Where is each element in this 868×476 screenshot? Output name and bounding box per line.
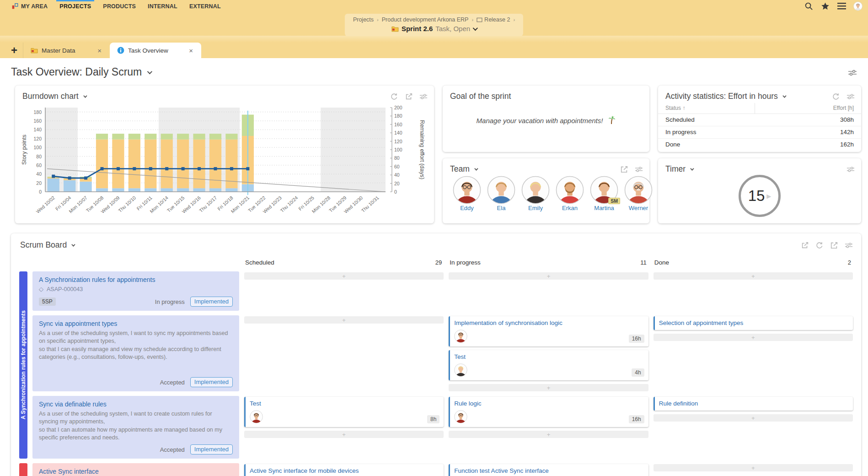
task-card[interactable]: Function test Active Sync interface 10h	[449, 464, 648, 476]
team-settings-icon[interactable]	[635, 165, 643, 173]
avatar	[453, 176, 481, 204]
nav-item-internal[interactable]: INTERNAL	[143, 0, 182, 12]
burndown-panel-title[interactable]: Burndown chart	[22, 92, 86, 101]
column-header-effort[interactable]: Effort [h]	[786, 103, 861, 114]
task-title[interactable]: Rule logic	[454, 400, 644, 407]
member-name[interactable]: Ela	[497, 205, 506, 211]
team-member-erkan[interactable]: Erkan	[556, 176, 584, 211]
board-cell-in_progress: Implementation of synchronisation logic …	[449, 315, 648, 391]
task-card[interactable]: Active Sync interface for mobile devices…	[244, 464, 444, 476]
activity-settings-icon[interactable]	[847, 92, 855, 101]
refresh-icon[interactable]	[390, 92, 398, 101]
favorites-star-icon[interactable]	[820, 1, 830, 11]
breadcrumb-link-product[interactable]: Product development Arkona ERP	[382, 16, 469, 23]
task-title[interactable]: Implementation of synchronisation logic	[454, 319, 644, 326]
open-external-icon[interactable]	[830, 241, 838, 249]
play-icon[interactable]: ▶	[766, 193, 771, 200]
timer-dial[interactable]: 15 ▶	[739, 175, 781, 217]
user-avatar[interactable]	[853, 1, 863, 11]
add-task-dropzone[interactable]: +	[244, 272, 444, 280]
column-header-status[interactable]: Status ↑	[658, 103, 755, 114]
team-member-ela[interactable]: Ela	[487, 176, 515, 211]
search-icon[interactable]	[804, 1, 813, 11]
task-card[interactable]: Implementation of synchronisation logic …	[449, 316, 648, 346]
activity-row[interactable]: In progress 142h	[658, 126, 861, 139]
story-description: As a user of the scheduling system, I wa…	[39, 330, 233, 361]
breadcrumb-link-release[interactable]: Release 2	[477, 16, 510, 23]
tab-task-overview[interactable]: Task Overview ×	[110, 43, 201, 58]
nav-item-projects[interactable]: PROJECTS	[54, 0, 96, 12]
task-title[interactable]: Selection of appointment types	[659, 319, 849, 326]
page-settings-icon[interactable]	[848, 68, 856, 76]
task-card[interactable]: Rule logic 16h	[449, 397, 648, 427]
activity-row[interactable]: Done 162h	[658, 139, 861, 151]
member-name[interactable]: Werner	[629, 205, 648, 211]
close-icon[interactable]: ×	[96, 47, 102, 54]
task-card[interactable]: Rule definition	[654, 397, 853, 411]
story-card[interactable]: Sync via appointment typesAs a user of t…	[32, 315, 239, 391]
menu-icon[interactable]	[837, 1, 846, 11]
task-title[interactable]: Rule definition	[659, 400, 849, 407]
add-task-dropzone[interactable]: +	[449, 272, 648, 280]
activity-effort: 308h	[786, 114, 861, 126]
task-card[interactable]: Test 4h	[449, 350, 648, 380]
story-card[interactable]: Sync via definable rulesAs a user of the…	[32, 396, 239, 459]
chevron-down-icon[interactable]	[147, 69, 152, 74]
refresh-icon[interactable]	[832, 92, 840, 101]
task-title[interactable]: Function test Active Sync interface	[454, 467, 644, 474]
timer-settings-icon[interactable]	[847, 165, 855, 173]
member-name[interactable]: Martina	[594, 205, 614, 211]
new-tab-button[interactable]: +	[5, 43, 23, 58]
story-title[interactable]: Active Sync interface	[39, 468, 233, 475]
team-member-werner[interactable]: Werner	[624, 176, 653, 211]
story-title[interactable]: Sync via appointment types	[39, 320, 233, 327]
refresh-icon[interactable]	[815, 241, 824, 249]
tab-label: Master Data	[42, 47, 75, 54]
story-title[interactable]: Sync via definable rules	[39, 400, 233, 408]
member-name[interactable]: Erkan	[562, 205, 578, 211]
story-group-label: A Synchronization rules for appointments	[20, 310, 27, 419]
scrum-board-title[interactable]: Scrum Board	[20, 240, 74, 250]
column-label: In progress	[450, 259, 481, 266]
svg-text:80: 80	[36, 154, 42, 159]
board-settings-icon[interactable]	[845, 241, 853, 249]
timer-panel-title[interactable]: Timer	[665, 164, 693, 174]
add-task-dropzone[interactable]: +	[654, 334, 853, 341]
nav-item-products[interactable]: PRODUCTS	[98, 0, 141, 12]
open-external-icon[interactable]	[620, 165, 628, 173]
team-member-martina[interactable]: SMMartina	[590, 176, 618, 211]
nav-item-my-area[interactable]: MY AREA	[6, 0, 53, 12]
team-member-emily[interactable]: Emily	[521, 176, 550, 211]
chart-settings-icon[interactable]	[419, 92, 428, 101]
task-title[interactable]: Active Sync interface for mobile devices	[250, 467, 439, 474]
add-task-dropzone[interactable]: +	[654, 464, 853, 471]
task-card[interactable]: Test 8h	[244, 397, 444, 427]
task-card[interactable]: Selection of appointment types	[654, 316, 853, 330]
add-task-dropzone[interactable]: +	[244, 431, 444, 438]
task-title[interactable]: Test	[250, 400, 439, 407]
team-panel-title[interactable]: Team	[450, 164, 477, 174]
add-task-dropzone[interactable]: +	[654, 272, 853, 280]
member-name[interactable]: Eddy	[460, 205, 474, 211]
add-task-dropzone[interactable]: +	[449, 384, 648, 391]
nav-item-external[interactable]: EXTERNAL	[184, 0, 226, 12]
add-task-dropzone[interactable]: +	[654, 414, 853, 422]
team-member-eddy[interactable]: Eddy	[453, 176, 481, 211]
svg-text:Remaining effort (days): Remaining effort (days)	[419, 120, 425, 179]
close-icon[interactable]: ×	[188, 47, 194, 54]
tab-master-data[interactable]: Master Data ×	[23, 43, 110, 58]
task-title[interactable]: Test	[454, 353, 644, 360]
activity-row[interactable]: Scheduled 308h	[658, 114, 861, 126]
export-icon[interactable]	[801, 241, 809, 249]
chevron-down-icon	[473, 25, 478, 30]
member-name[interactable]: Emily	[528, 205, 543, 211]
add-task-dropzone[interactable]: +	[449, 431, 648, 438]
activity-panel-title[interactable]: Activity statistics: Effort in hours	[665, 92, 785, 101]
breadcrumb-link-projects[interactable]: Projects	[353, 16, 374, 23]
story-title[interactable]: A Synchronization rules for appointments	[39, 276, 233, 283]
breadcrumb-current[interactable]: Sprint 2.6 Task, Open	[353, 25, 515, 32]
story-card[interactable]: A Synchronization rules for appointments…	[32, 271, 239, 311]
export-icon[interactable]	[405, 92, 413, 101]
add-task-dropzone[interactable]: +	[244, 316, 444, 324]
story-card[interactable]: Active Sync interface◇ASAP-000046	[32, 463, 239, 476]
